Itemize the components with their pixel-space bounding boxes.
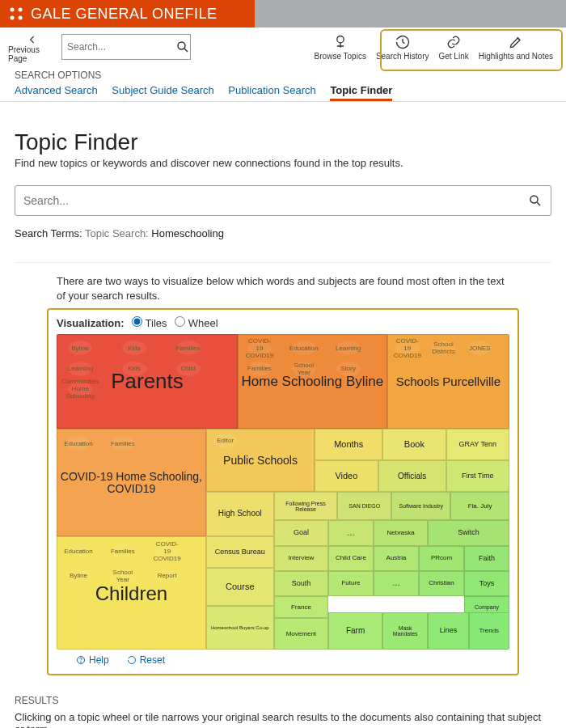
treemap-cell[interactable]: Home Schooling BylineCOVID-19 COVID19Edu… <box>238 334 387 429</box>
treemap-cell[interactable]: Goal <box>274 520 328 545</box>
svg-point-3 <box>19 16 23 20</box>
treemap-cell[interactable]: Christian <box>419 571 464 596</box>
link-subject-guide-search[interactable]: Subject Guide Search <box>112 84 213 96</box>
treemap-cell[interactable]: Census Bureau <box>206 536 274 568</box>
treemap-cell[interactable]: … <box>374 571 419 596</box>
svg-point-5 <box>337 36 344 43</box>
top-search-input[interactable] <box>67 41 175 53</box>
help-icon <box>76 655 86 665</box>
treemap-cell[interactable]: Movement <box>274 618 328 650</box>
treemap-cell[interactable]: SAN DIEGO <box>337 492 391 520</box>
search-terms-value: Homeschooling <box>151 227 224 239</box>
link-publication-search[interactable]: Publication Search <box>228 84 315 96</box>
reset-icon <box>127 655 137 665</box>
svg-point-1 <box>19 8 23 12</box>
main: Topic Finder Find new topics or keywords… <box>0 102 566 692</box>
treemap-chart[interactable]: ParentsBylineKidsFamiliesLearningKidsChi… <box>57 334 509 650</box>
treemap-cell[interactable]: Switch <box>428 520 509 545</box>
search-icon[interactable] <box>528 193 543 208</box>
search-terms-scope: Topic Search: <box>85 227 149 239</box>
browse-topics-icon <box>332 34 349 50</box>
treemap-cell[interactable]: First Time <box>446 460 509 492</box>
treemap-cell[interactable]: Months <box>315 429 382 460</box>
visualization-control-label: Visualization: <box>57 317 125 329</box>
treemap-cell[interactable]: Nebraska <box>374 520 428 545</box>
treemap-cell[interactable]: Officials <box>378 460 446 492</box>
treemap-cell[interactable]: Schools PurcellvilleCOVID-19 COVID19Scho… <box>387 334 509 429</box>
viz-option-tiles[interactable]: Tiles <box>132 317 167 329</box>
treemap-cell[interactable]: Austria <box>374 546 419 571</box>
treemap-cell[interactable]: ChildrenEducationFamiliesCOVID-19 COVID1… <box>57 536 206 650</box>
toolbar-icons: Browse Topics Search History Get Link Hi… <box>310 34 558 61</box>
brand-bar: GALE GENERAL ONEFILE <box>0 0 566 28</box>
visualization-box: Visualization: Tiles Wheel ParentsByline… <box>47 308 519 675</box>
svg-point-0 <box>11 8 15 12</box>
search-options-heading: SEARCH OPTIONS <box>15 70 551 81</box>
get-link-button[interactable]: Get Link <box>433 34 473 61</box>
svg-point-4 <box>178 42 185 49</box>
treemap-cell[interactable]: COVID-19 Home Schooling, COVID19Educatio… <box>57 429 206 536</box>
results-line-1: Clicking on a topic wheel or tile narrow… <box>15 711 551 728</box>
divider <box>15 262 551 263</box>
treemap-cell[interactable]: Child Care <box>328 546 374 571</box>
treemap-cell[interactable]: Future <box>328 571 374 596</box>
search-options-links: Advanced Search Subject Guide Search Pub… <box>15 84 551 96</box>
chevron-left-icon <box>25 34 40 45</box>
highlights-notes-label: Highlights and Notes <box>479 52 553 61</box>
svg-point-8 <box>81 662 82 662</box>
treemap-cell[interactable]: South <box>274 571 328 596</box>
viz-option-wheel[interactable]: Wheel <box>175 317 218 329</box>
treemap-cell[interactable]: Mask Mandates <box>382 612 428 650</box>
treemap-cell[interactable]: Interview <box>274 546 328 571</box>
topic-search-box[interactable] <box>15 185 551 216</box>
previous-page-button[interactable]: Previous Page <box>8 34 57 63</box>
highlights-notes-button[interactable]: Highlights and Notes <box>474 34 558 61</box>
treemap-cell[interactable]: ParentsBylineKidsFamiliesLearningKidsChi… <box>57 334 238 429</box>
get-link-label: Get Link <box>438 52 468 61</box>
treemap-cell[interactable]: Fla. July <box>450 492 509 520</box>
link-topic-finder[interactable]: Topic Finder <box>330 84 392 101</box>
link-advanced-search[interactable]: Advanced Search <box>15 84 98 96</box>
visualization-control: Visualization: Tiles Wheel <box>57 316 509 329</box>
treemap-cell[interactable]: GRAY Tenn <box>446 429 509 460</box>
brand-logo-icon <box>8 6 24 22</box>
page-subtitle: Find new topics or keywords and discover… <box>15 157 551 169</box>
treemap-cell[interactable]: High School <box>206 492 274 536</box>
svg-point-2 <box>11 16 15 20</box>
search-terms-line: Search Terms: Topic Search: Homeschoolin… <box>15 227 551 239</box>
treemap-cell[interactable]: France <box>274 596 328 618</box>
treemap-cell[interactable]: Faith <box>464 546 509 571</box>
results-heading: RESULTS <box>15 695 551 706</box>
toolbar: Previous Page Browse Topics Search Histo… <box>0 28 566 68</box>
viz-radio-tiles[interactable] <box>132 316 142 327</box>
viz-radio-wheel[interactable] <box>175 316 185 327</box>
treemap-cell[interactable]: Following Press Release <box>274 492 337 520</box>
treemap-cell[interactable]: Toys <box>464 571 509 596</box>
treemap-cell[interactable]: Lines <box>428 612 468 650</box>
search-options: SEARCH OPTIONS Advanced Search Subject G… <box>0 68 566 102</box>
search-history-button[interactable]: Search History <box>371 34 434 61</box>
viz-reset-link[interactable]: Reset <box>127 654 165 666</box>
search-history-label: Search History <box>376 52 429 61</box>
treemap-cell[interactable]: Public SchoolsEditor <box>206 429 315 492</box>
treemap-cell[interactable]: Book <box>382 429 446 460</box>
treemap-cell[interactable]: Trends <box>469 612 509 650</box>
previous-page-label: Previous Page <box>8 45 57 63</box>
topic-search-input[interactable] <box>23 194 528 207</box>
treemap-cell[interactable]: Course <box>206 568 274 606</box>
treemap-cell[interactable]: Video <box>315 460 378 492</box>
highlighter-icon <box>507 34 525 50</box>
history-icon <box>394 34 412 50</box>
viz-help-link[interactable]: Help <box>76 654 109 666</box>
link-icon <box>445 34 463 50</box>
treemap-cell[interactable]: PRcom <box>419 546 464 571</box>
treemap-cell[interactable]: Farm <box>328 612 382 650</box>
top-search-box[interactable] <box>61 34 191 60</box>
search-icon[interactable] <box>175 40 190 54</box>
results-block: RESULTS Clicking on a topic wheel or til… <box>0 692 566 728</box>
treemap-cell[interactable]: Homeschool Buyers Co-op <box>206 606 274 650</box>
treemap-cell[interactable]: … <box>328 520 374 545</box>
svg-point-6 <box>530 196 538 203</box>
treemap-cell[interactable]: Software Industry <box>391 492 450 520</box>
browse-topics-button[interactable]: Browse Topics <box>310 34 371 61</box>
